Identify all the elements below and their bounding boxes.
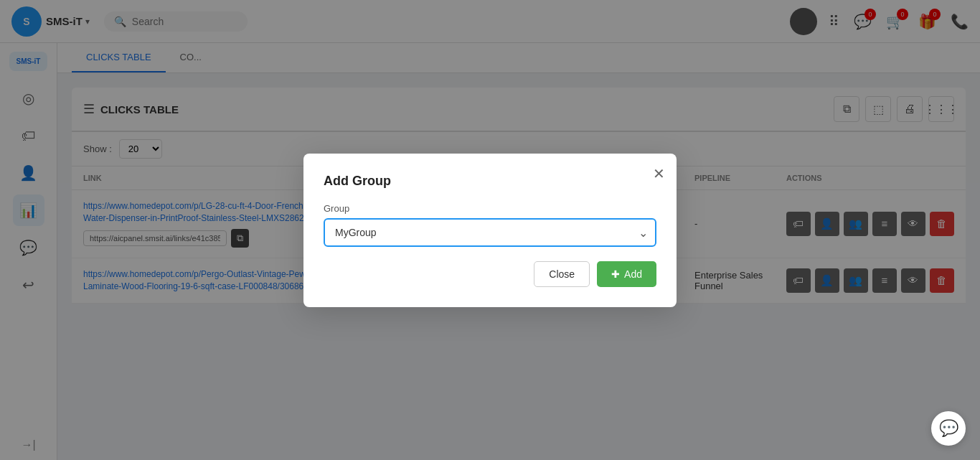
chat-widget-icon: 💬 bbox=[939, 419, 958, 438]
form-group-group: Group MyGroup Group 2 Group 3 ⌄ bbox=[324, 203, 656, 247]
add-button[interactable]: ✚ Add bbox=[597, 261, 656, 287]
add-label: Add bbox=[624, 268, 642, 280]
add-group-modal: Add Group ✕ Group MyGroup Group 2 Group … bbox=[303, 154, 677, 307]
select-wrapper: MyGroup Group 2 Group 3 ⌄ bbox=[324, 218, 656, 247]
modal-close-button[interactable]: ✕ bbox=[653, 165, 665, 182]
modal-overlay[interactable]: Add Group ✕ Group MyGroup Group 2 Group … bbox=[0, 0, 980, 460]
close-button[interactable]: Close bbox=[534, 261, 590, 287]
add-plus-icon: ✚ bbox=[611, 268, 620, 280]
modal-title: Add Group bbox=[324, 174, 656, 189]
group-select[interactable]: MyGroup Group 2 Group 3 bbox=[324, 218, 656, 247]
group-label: Group bbox=[324, 203, 656, 214]
modal-footer: Close ✚ Add bbox=[324, 261, 656, 287]
chat-widget-button[interactable]: 💬 bbox=[931, 411, 966, 446]
